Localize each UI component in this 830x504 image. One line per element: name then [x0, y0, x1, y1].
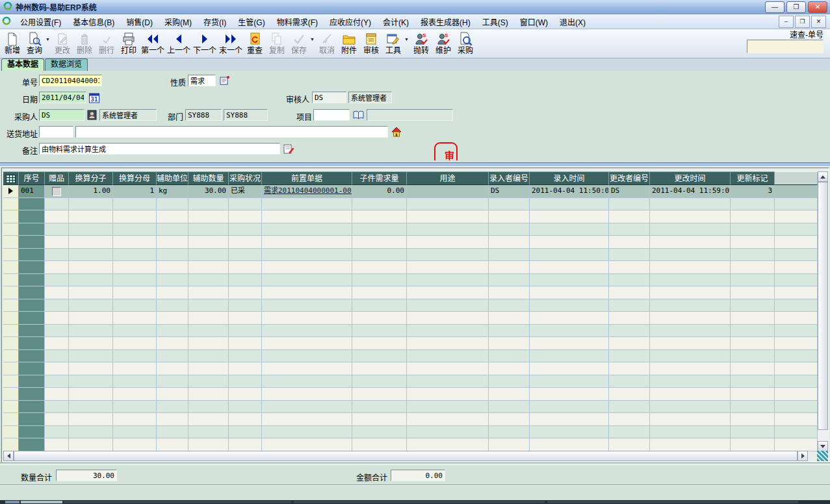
date-input[interactable] — [39, 92, 86, 103]
toolbar-button-person-transfer[interactable]: S抛转 — [410, 31, 432, 56]
resize-grip[interactable] — [817, 451, 828, 461]
auditor-code-input[interactable] — [312, 92, 346, 103]
menu-item-5[interactable]: 存货(I) — [198, 14, 232, 29]
toolbar-button-new-doc[interactable]: 新增 — [1, 31, 23, 56]
toolbar-button-search-doc[interactable]: 查询 — [23, 31, 45, 56]
dropdown-arrow-icon[interactable]: ▼ — [404, 31, 410, 56]
scroll-down-button[interactable] — [818, 441, 828, 451]
book-lookup-icon[interactable] — [352, 109, 364, 121]
remark-edit-icon[interactable] — [283, 143, 294, 155]
toolbar-button-next[interactable]: 下一个 — [192, 31, 218, 56]
calendar-icon[interactable]: 31 — [88, 92, 100, 104]
table-row-empty[interactable] — [3, 413, 818, 426]
column-header-7[interactable]: 采购状况 — [229, 171, 262, 185]
scroll-right-button[interactable] — [798, 451, 808, 461]
table-row-empty[interactable] — [3, 388, 818, 401]
table-row[interactable]: 0011.001kg30.00已采需求20110404000001-0010.0… — [3, 185, 818, 198]
toolbar-button-note[interactable]: 审核 — [360, 31, 382, 56]
column-header-13[interactable]: 更改者编号 — [609, 171, 650, 185]
column-header-12[interactable]: 录入时间 — [530, 171, 609, 185]
close-button[interactable]: ✕ — [808, 1, 827, 13]
table-row-empty[interactable] — [3, 223, 818, 236]
mdi-restore-button[interactable]: ❐ — [795, 16, 810, 28]
nature-picker-icon[interactable] — [219, 75, 231, 86]
toolbar-button-folder[interactable]: 附件 — [338, 31, 360, 56]
column-header-8[interactable]: 前置单据 — [262, 171, 352, 185]
column-header-5[interactable]: 辅助单位 — [157, 171, 188, 185]
toolbar-button-prev[interactable]: 上一个 — [166, 31, 192, 56]
table-row-empty[interactable] — [3, 362, 818, 375]
menu-item-11[interactable]: 工具(S) — [476, 14, 514, 29]
minimize-button[interactable]: — — [765, 1, 785, 13]
toolbar-button-printer[interactable]: 打印 — [118, 31, 140, 56]
address-input[interactable] — [75, 126, 388, 138]
tab-data-browse[interactable]: 数据浏览 — [45, 58, 88, 71]
table-row-empty[interactable] — [3, 426, 818, 439]
dropdown-arrow-icon[interactable]: ▼ — [45, 31, 51, 56]
mdi-minimize-button[interactable]: – — [779, 16, 794, 28]
column-header-6[interactable]: 辅助数量 — [188, 171, 229, 185]
menu-item-6[interactable]: 生管(G) — [232, 14, 270, 29]
vertical-scroll-thumb[interactable] — [818, 182, 828, 430]
purchaser-code-input[interactable] — [39, 109, 84, 121]
nature-input[interactable] — [188, 75, 216, 86]
project-code-input[interactable] — [313, 109, 350, 121]
table-row-empty[interactable] — [3, 274, 818, 287]
scroll-left-button[interactable] — [3, 451, 14, 461]
vertical-scrollbar[interactable] — [818, 171, 828, 451]
menu-item-2[interactable]: 基本信息(B) — [67, 14, 120, 29]
table-row-empty[interactable] — [3, 261, 818, 274]
table-row-empty[interactable] — [3, 438, 818, 451]
horizontal-scrollbar[interactable] — [3, 451, 808, 461]
toolbar-button-search-purchase[interactable]: 采购 — [454, 31, 476, 56]
table-row-empty[interactable] — [3, 312, 818, 325]
menu-item-3[interactable]: 销售(D) — [120, 14, 159, 29]
table-row-empty[interactable] — [3, 210, 818, 223]
table-row-empty[interactable] — [3, 299, 818, 312]
remark-input[interactable] — [39, 143, 280, 155]
menu-item-13[interactable]: 退出(X) — [554, 14, 591, 29]
toolbar-button-last[interactable]: 末一个 — [218, 31, 244, 56]
column-header-15[interactable]: 更新标记 — [731, 171, 775, 185]
table-row-empty[interactable] — [3, 375, 818, 388]
table-row-empty[interactable] — [3, 337, 818, 350]
table-row-empty[interactable] — [3, 401, 818, 414]
mdi-close-button[interactable]: ✕ — [811, 16, 826, 28]
horizontal-scroll-thumb[interactable] — [14, 451, 798, 461]
column-header-1[interactable]: 序号 — [19, 171, 45, 185]
table-row-empty[interactable] — [3, 236, 818, 249]
column-header-9[interactable]: 子件需求量 — [352, 171, 407, 185]
column-header-14[interactable]: 更改时间 — [650, 171, 731, 185]
column-header-11[interactable]: 录入者编号 — [489, 171, 530, 185]
column-header-3[interactable]: 换算分子 — [69, 171, 113, 185]
menu-item-9[interactable]: 会计(K) — [377, 14, 415, 29]
menu-item-1[interactable]: 公用设置(F) — [14, 14, 67, 29]
gift-checkbox[interactable] — [52, 187, 61, 196]
toolbar-button-person-maintain[interactable]: S维护 — [432, 31, 454, 56]
tab-basic-data[interactable]: 基本数据 — [1, 58, 44, 71]
table-row-empty[interactable] — [3, 198, 818, 211]
home-icon[interactable] — [391, 126, 402, 138]
source-doc-link[interactable]: 需求20110404000001-001 — [264, 186, 352, 195]
toolbar-button-requery[interactable]: 重查 — [244, 31, 266, 56]
toolbar-button-first[interactable]: 第一个 — [140, 31, 166, 56]
toolbar-button-tools[interactable]: 工具 — [382, 31, 404, 56]
person-lookup-icon[interactable] — [86, 109, 98, 121]
scroll-up-button[interactable] — [818, 171, 828, 182]
column-header-4[interactable]: 换算分母 — [113, 171, 157, 185]
restore-button[interactable]: ❐ — [786, 1, 806, 13]
bill-no-input[interactable] — [39, 75, 102, 86]
table-row-empty[interactable] — [3, 286, 818, 299]
menu-item-10[interactable]: 报表生成器(H) — [415, 14, 476, 29]
table-row-empty[interactable] — [3, 249, 818, 262]
dropdown-arrow-icon[interactable]: ▼ — [310, 31, 316, 56]
column-header-2[interactable]: 赠品 — [45, 171, 69, 185]
splitter[interactable] — [0, 160, 830, 168]
column-header-10[interactable]: 用途 — [407, 171, 489, 185]
menu-item-8[interactable]: 应收应付(Y) — [324, 14, 377, 29]
menu-item-12[interactable]: 窗口(W) — [514, 14, 554, 29]
menu-item-7[interactable]: 物料需求(F) — [271, 14, 324, 29]
table-row-empty[interactable] — [3, 350, 818, 363]
menu-item-4[interactable]: 采购(M) — [159, 14, 198, 29]
table-row-empty[interactable] — [3, 325, 818, 338]
